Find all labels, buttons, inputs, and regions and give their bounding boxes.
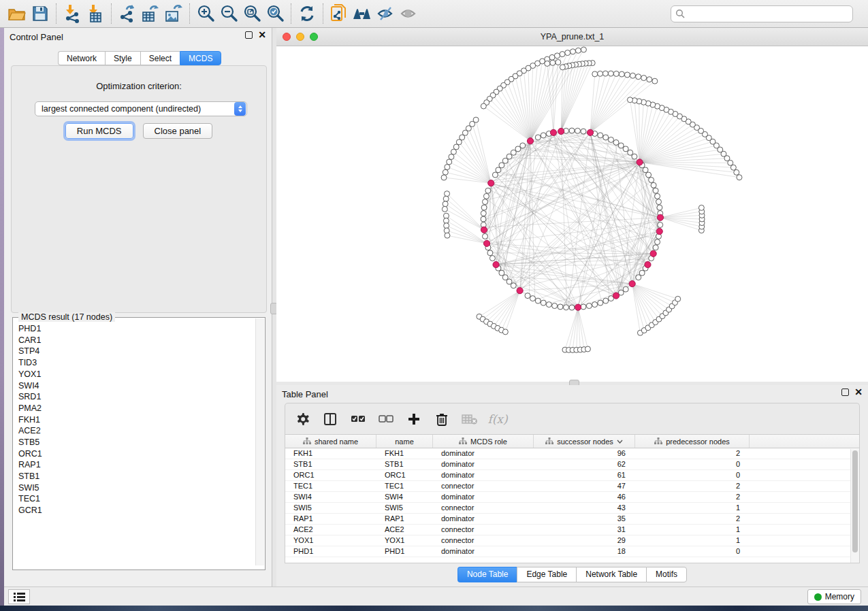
network-node[interactable] (549, 54, 555, 60)
deselect-all-button[interactable] (377, 410, 395, 428)
close-panel-icon[interactable]: ✕ (258, 31, 266, 39)
network-node[interactable] (502, 158, 508, 163)
network-node[interactable] (598, 71, 603, 76)
network-node[interactable] (636, 74, 641, 80)
table-row[interactable]: FKH1FKH1dominator962 (285, 448, 859, 459)
network-node[interactable] (443, 169, 448, 175)
list-item[interactable]: STB5 (14, 437, 255, 448)
network-node[interactable] (624, 72, 630, 78)
mcds-node[interactable] (527, 138, 533, 144)
table-row[interactable]: ORC1ORC1dominator610 (285, 470, 859, 481)
save-session-button[interactable] (29, 3, 52, 24)
network-node[interactable] (603, 135, 609, 140)
close-panel-button[interactable]: Close panel (143, 123, 213, 139)
network-node[interactable] (487, 250, 493, 256)
network-node[interactable] (443, 201, 448, 207)
table-row[interactable]: YOX1YOX1connector291 (285, 535, 859, 546)
table-row[interactable]: PHD1PHD1dominator180 (285, 546, 859, 557)
network-node[interactable] (545, 61, 550, 66)
list-item[interactable]: ACE2 (14, 425, 255, 437)
network-node[interactable] (560, 52, 565, 57)
search-input[interactable] (686, 9, 848, 18)
network-node[interactable] (499, 163, 504, 168)
mcds-node[interactable] (558, 128, 564, 134)
list-item[interactable]: SWI4 (14, 380, 255, 391)
network-node[interactable] (603, 298, 609, 303)
list-item[interactable]: RAP1 (14, 459, 255, 471)
network-node[interactable] (502, 275, 508, 280)
network-node[interactable] (558, 304, 563, 310)
network-canvas[interactable] (276, 46, 868, 382)
delete-row-button[interactable] (433, 410, 451, 428)
table-row[interactable]: STB1STB1dominator620 (285, 459, 859, 470)
list-item[interactable]: STP4 (14, 346, 255, 357)
network-node[interactable] (520, 143, 526, 148)
network-node[interactable] (550, 60, 556, 65)
table-scrollbar[interactable] (850, 449, 859, 563)
table-row[interactable]: SWI4SWI4dominator462 (285, 492, 859, 503)
network-node[interactable] (652, 78, 658, 84)
tab-node-table[interactable]: Node Table (457, 567, 517, 582)
network-node[interactable] (608, 71, 613, 76)
table-row[interactable]: SWI5SWI5connector431 (285, 503, 859, 514)
export-table-button[interactable] (139, 3, 162, 24)
network-node[interactable] (441, 175, 447, 180)
network-node[interactable] (445, 191, 450, 197)
network-node[interactable] (565, 50, 570, 56)
network-node[interactable] (630, 73, 635, 78)
mcds-node[interactable] (629, 280, 635, 286)
network-node[interactable] (628, 150, 633, 155)
network-node[interactable] (530, 296, 536, 301)
delete-table-button[interactable] (461, 410, 479, 428)
network-node[interactable] (656, 199, 662, 205)
mcds-node[interactable] (517, 288, 523, 294)
network-node[interactable] (535, 135, 541, 140)
tab-network[interactable]: Network (58, 51, 105, 65)
network-node[interactable] (483, 193, 489, 199)
export-network-button[interactable] (116, 3, 139, 24)
network-node[interactable] (442, 206, 447, 212)
network-graph[interactable] (276, 46, 868, 382)
network-node[interactable] (515, 146, 521, 152)
memory-button[interactable]: Memory (807, 589, 861, 604)
network-node[interactable] (445, 165, 450, 170)
export-image-button[interactable] (162, 3, 185, 24)
network-node[interactable] (623, 286, 628, 292)
zoom-out-button[interactable] (217, 3, 240, 24)
network-node[interactable] (502, 329, 508, 335)
tab-select[interactable]: Select (140, 51, 180, 65)
table-row[interactable]: RAP1RAP1dominator352 (285, 514, 859, 525)
network-node[interactable] (632, 154, 637, 159)
network-node[interactable] (734, 169, 739, 175)
network-node[interactable] (511, 150, 516, 155)
search-field[interactable] (671, 5, 853, 22)
list-item[interactable]: TEC1 (14, 493, 255, 505)
tab-style[interactable]: Style (105, 51, 140, 65)
list-item[interactable]: GCR1 (14, 505, 255, 516)
column-header-name[interactable]: name (376, 435, 433, 448)
tab-motifs[interactable]: Motifs (646, 567, 687, 582)
network-node[interactable] (563, 305, 568, 310)
network-node[interactable] (655, 240, 660, 245)
network-node[interactable] (560, 65, 565, 70)
network-node[interactable] (546, 302, 551, 308)
close-panel-icon[interactable]: ✕ (854, 389, 863, 396)
network-node[interactable] (552, 303, 558, 309)
network-node[interactable] (608, 137, 613, 142)
network-node[interactable] (482, 233, 487, 239)
mcds-result-list[interactable]: PHD1CAR1STP4TID3YOX1SWI4SRD1PMA2FKH1ACE2… (14, 323, 255, 565)
float-panel-icon[interactable] (841, 389, 849, 396)
network-node[interactable] (653, 188, 658, 193)
list-item[interactable]: TID3 (14, 357, 255, 369)
mcds-node[interactable] (657, 214, 663, 220)
network-node[interactable] (481, 103, 486, 109)
network-node[interactable] (598, 133, 603, 138)
network-node[interactable] (581, 304, 586, 310)
network-node[interactable] (482, 199, 487, 205)
network-node[interactable] (613, 139, 619, 145)
network-node[interactable] (525, 293, 530, 299)
mcds-node[interactable] (481, 227, 487, 233)
list-item[interactable]: PMA2 (14, 403, 255, 414)
run-mcds-button[interactable]: Run MCDS (65, 123, 133, 139)
import-network-button[interactable] (61, 3, 84, 24)
